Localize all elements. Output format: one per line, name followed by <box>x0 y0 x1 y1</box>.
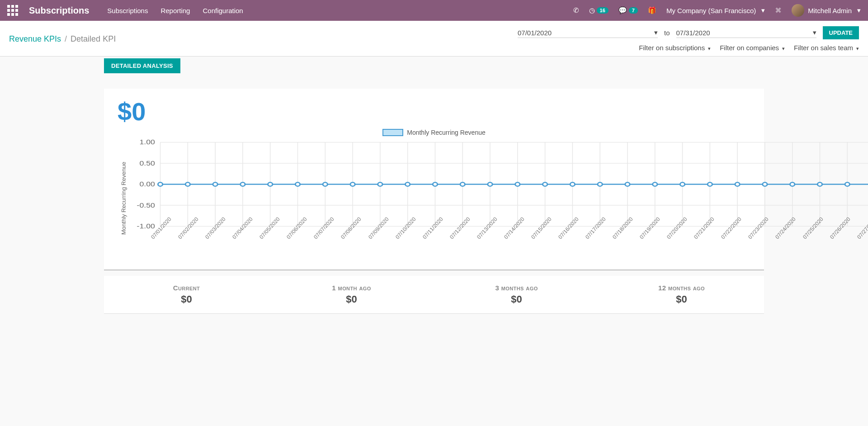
app-brand[interactable]: Subscriptions <box>29 5 89 16</box>
svg-point-56 <box>570 182 575 186</box>
summary-1mo: 1 month ago $0 <box>269 284 434 305</box>
summary-label: 3 months ago <box>434 284 599 292</box>
avatar <box>792 4 804 17</box>
legend-label: Monthly Recurring Revenue <box>407 129 486 136</box>
chevron-down-icon <box>781 44 785 52</box>
svg-point-60 <box>680 182 684 186</box>
filter-sales-team[interactable]: Filter on sales team <box>794 44 859 52</box>
x-axis-labels: 07/01/202007/02/202007/03/202007/04/2020… <box>150 232 868 238</box>
top-navbar: Subscriptions Subscriptions Reporting Co… <box>0 0 868 21</box>
svg-point-57 <box>598 182 602 186</box>
date-from-value: 07/01/2020 <box>518 29 552 37</box>
filter-subscriptions[interactable]: Filter on subscriptions <box>639 44 711 52</box>
discuss-icon[interactable]: 💬7 <box>618 6 638 14</box>
svg-point-42 <box>185 182 190 186</box>
gift-icon[interactable]: 🎁 <box>648 6 656 14</box>
svg-point-64 <box>790 182 795 186</box>
filter-companies[interactable]: Filter on companies <box>720 44 785 52</box>
chevron-down-icon <box>855 44 859 52</box>
svg-point-53 <box>488 182 492 186</box>
svg-point-43 <box>213 182 217 186</box>
svg-point-65 <box>817 182 822 186</box>
svg-point-66 <box>845 182 849 186</box>
breadcrumb-leaf: Detailed KPI <box>71 34 116 44</box>
summary-12mo: 12 months ago $0 <box>599 284 764 305</box>
svg-point-41 <box>158 182 162 186</box>
svg-point-59 <box>653 182 657 186</box>
date-to-input[interactable]: 07/31/2020 ▾ <box>676 28 816 38</box>
svg-point-48 <box>350 182 355 186</box>
svg-point-63 <box>763 182 767 186</box>
svg-point-47 <box>323 182 327 186</box>
svg-point-54 <box>515 182 520 186</box>
svg-point-46 <box>295 182 300 186</box>
chevron-down-icon: ▾ <box>813 28 816 37</box>
company-name: My Company (San Francisco) <box>666 7 756 14</box>
svg-point-50 <box>405 182 410 186</box>
tab-detailed-analysis[interactable]: DETAILED ANALYSIS <box>104 58 180 73</box>
summary-value: $0 <box>599 293 764 305</box>
summary-value: $0 <box>269 293 434 305</box>
user-name: Mitchell Admin <box>808 7 852 14</box>
nav-link-subscriptions[interactable]: Subscriptions <box>107 7 148 14</box>
chart-plot: 1.000.500.00-0.50-1.00 <box>127 138 868 231</box>
nav-link-reporting[interactable]: Reporting <box>160 7 190 14</box>
apps-icon[interactable] <box>7 5 18 16</box>
svg-point-55 <box>542 182 547 186</box>
svg-point-52 <box>460 182 465 186</box>
breadcrumb: Revenue KPIs / Detailed KPI <box>9 34 116 44</box>
svg-point-58 <box>625 182 630 186</box>
nav-link-configuration[interactable]: Configuration <box>203 7 243 14</box>
chevron-down-icon: ▾ <box>857 6 861 14</box>
summary-value: $0 <box>434 293 599 305</box>
svg-text:0.50: 0.50 <box>139 159 155 166</box>
kpi-headline-value: $0 <box>118 97 750 126</box>
svg-point-62 <box>735 182 740 186</box>
legend-swatch <box>382 129 403 136</box>
debug-close-icon[interactable]: ✖ <box>775 5 782 15</box>
discuss-badge: 7 <box>629 7 638 14</box>
chevron-down-icon: ▾ <box>761 6 765 14</box>
summary-value: $0 <box>104 293 269 305</box>
svg-text:1.00: 1.00 <box>139 138 155 146</box>
date-from-input[interactable]: 07/01/2020 ▾ <box>518 28 658 38</box>
chevron-down-icon <box>707 44 711 52</box>
user-menu[interactable]: Mitchell Admin ▾ <box>792 4 861 17</box>
svg-text:0.00: 0.00 <box>139 180 155 188</box>
date-to-value: 07/31/2020 <box>676 29 710 37</box>
control-panel: Revenue KPIs / Detailed KPI 07/01/2020 ▾… <box>0 21 868 57</box>
y-axis-title: Monthly Recurring Revenue <box>118 138 127 259</box>
summary-current: Current $0 <box>104 284 269 305</box>
breadcrumb-root[interactable]: Revenue KPIs <box>9 34 61 44</box>
company-switcher[interactable]: My Company (San Francisco) ▾ <box>666 6 765 14</box>
svg-text:-1.00: -1.00 <box>137 222 155 230</box>
nav-links: Subscriptions Reporting Configuration <box>107 7 243 14</box>
phone-icon[interactable]: ✆ <box>573 6 579 14</box>
kpi-chart-card: $0 Monthly Recurring Revenue Monthly Rec… <box>104 89 764 270</box>
navbar-right: ✆ ◷16 💬7 🎁 My Company (San Francisco) ▾ … <box>573 4 861 17</box>
summary-label: 1 month ago <box>269 284 434 292</box>
svg-point-51 <box>433 182 437 186</box>
date-to-label: to <box>664 29 670 37</box>
chevron-down-icon: ▾ <box>654 28 658 37</box>
activity-badge: 16 <box>597 7 609 14</box>
activity-icon[interactable]: ◷16 <box>589 6 609 14</box>
update-button[interactable]: UPDATE <box>823 26 859 39</box>
svg-point-49 <box>378 182 382 186</box>
svg-point-45 <box>268 182 273 186</box>
summary-3mo: 3 months ago $0 <box>434 284 599 305</box>
breadcrumb-sep: / <box>65 34 67 44</box>
svg-point-44 <box>241 182 245 186</box>
summary-card: Current $0 1 month ago $0 3 months ago $… <box>104 276 764 314</box>
main-content: DETAILED ANALYSIS $0 Monthly Recurring R… <box>104 58 764 332</box>
summary-label: 12 months ago <box>599 284 764 292</box>
summary-label: Current <box>104 284 269 292</box>
svg-point-61 <box>708 182 712 186</box>
svg-text:-0.50: -0.50 <box>137 201 155 208</box>
chart-legend: Monthly Recurring Revenue <box>118 129 750 136</box>
